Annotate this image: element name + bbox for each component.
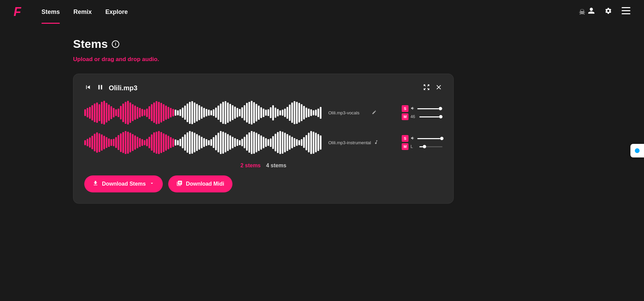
stem-controls-vocals: S M 46 (402, 105, 442, 120)
player-card: Olili.mp3 Olili.mp3-vocals (73, 74, 454, 204)
stem-m-row-instrumental: M L (402, 143, 442, 150)
badge-m-instrumental[interactable]: M (402, 143, 408, 150)
download-midi-button[interactable]: Download Midi (168, 175, 232, 192)
badge-s-instrumental[interactable]: S (402, 135, 408, 142)
player-controls: Olili.mp3 (84, 83, 137, 93)
floating-button[interactable] (630, 144, 644, 157)
stems-selector: 2 stems 4 stems (84, 163, 442, 169)
stem-controls-instrumental: S M L (402, 135, 442, 150)
upload-hint[interactable]: Upload or drag and drop audio. (73, 56, 571, 63)
mix-slider-instrumental[interactable] (419, 146, 442, 147)
player-header-right (423, 83, 442, 93)
info-icon[interactable]: i (112, 40, 119, 48)
badge-s-vocals[interactable]: S (402, 105, 408, 112)
nav-item-remix[interactable]: Remix (67, 0, 99, 24)
main-content: Stems i Upload or drag and drop audio. O… (0, 24, 644, 217)
navbar: F Stems Remix Explore ☠ (0, 0, 644, 24)
waveform-instrumental[interactable] (84, 131, 323, 154)
page-title: Stems i (73, 37, 571, 51)
expand-button[interactable] (423, 83, 430, 93)
edit-icon-vocals[interactable] (372, 110, 377, 116)
stem-info-vocals: Olili.mp3-vocals (328, 110, 396, 116)
nav-links: Stems Remix Explore (35, 0, 135, 24)
stem-s-row-instrumental: S (402, 135, 442, 142)
svg-rect-2 (622, 13, 630, 14)
mix-slider-vocals[interactable] (419, 116, 442, 117)
stem-row-vocals: Olili.mp3-vocals S M (84, 101, 442, 125)
music-icon-instrumental[interactable] (374, 140, 379, 146)
badge-m-vocals[interactable]: M (402, 113, 408, 120)
stem-label-instrumental: Olili.mp3-instrumental (328, 140, 371, 145)
stem-row-instrumental: Olili.mp3-instrumental S M (84, 131, 442, 154)
file-name: Olili.mp3 (109, 84, 137, 92)
nav-right: ☠ (579, 7, 630, 17)
stem-info-instrumental: Olili.mp3-instrumental (328, 140, 396, 146)
user-icon[interactable]: ☠ (579, 7, 595, 17)
download-stems-icon (92, 180, 99, 188)
svg-rect-1 (622, 10, 630, 11)
svg-rect-0 (622, 7, 630, 8)
nav-item-stems[interactable]: Stems (35, 0, 67, 24)
stems-4-option[interactable]: 4 stems (266, 163, 286, 169)
stem-m-row-vocals: M 46 (402, 113, 442, 120)
stems-2-option[interactable]: 2 stems (240, 163, 261, 169)
floating-dot (635, 148, 640, 153)
volume-label-instrumental: L (411, 144, 417, 149)
volume-slider-vocals[interactable] (417, 108, 442, 109)
download-midi-label: Download Midi (186, 181, 224, 187)
volume-label-vocals: 46 (411, 114, 417, 119)
player-header: Olili.mp3 (84, 83, 442, 93)
menu-icon[interactable] (622, 7, 630, 17)
stem-label-vocals: Olili.mp3-vocals (328, 110, 369, 115)
logo-icon[interactable]: F (14, 5, 21, 19)
volume-icon-vocals[interactable] (411, 106, 415, 112)
stem-s-row-vocals: S (402, 105, 442, 112)
settings-icon[interactable] (605, 7, 612, 17)
download-midi-icon (176, 180, 182, 188)
close-button[interactable] (435, 83, 442, 93)
skip-back-button[interactable] (84, 83, 92, 93)
volume-slider-instrumental[interactable] (417, 138, 442, 139)
download-stems-chevron (149, 181, 155, 187)
volume-icon-instrumental[interactable] (411, 136, 415, 142)
action-buttons: Download Stems Download Midi (84, 175, 442, 192)
nav-item-explore[interactable]: Explore (99, 0, 135, 24)
download-stems-label: Download Stems (102, 181, 146, 187)
play-pause-button[interactable] (97, 83, 104, 93)
download-stems-button[interactable]: Download Stems (84, 175, 163, 192)
waveform-vocals[interactable] (84, 101, 323, 125)
